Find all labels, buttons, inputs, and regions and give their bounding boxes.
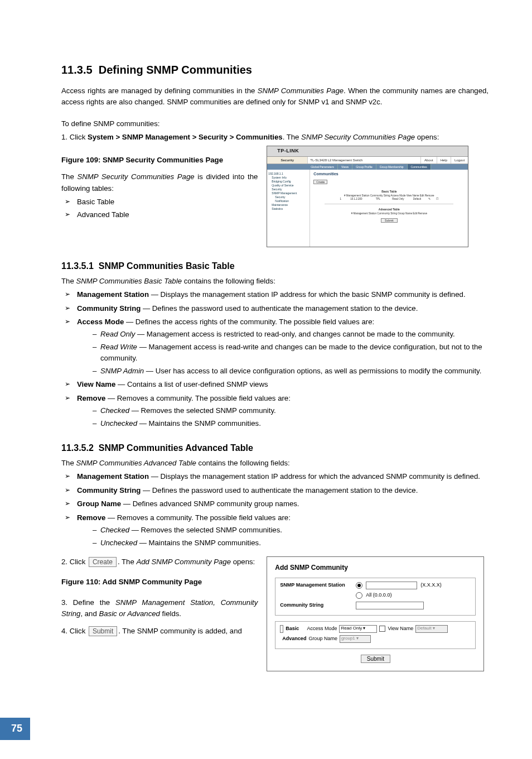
step-4: 4. Click Submit. The SNMP community is a… [61, 626, 258, 637]
figure-110-caption: Figure 110: Add SNMP Community Page [61, 577, 258, 588]
vn-label: View Name [388, 625, 413, 633]
figure-109-caption: Figure 109: SNMP Security Communities Pa… [61, 155, 258, 166]
ms-label: SNMP Management Station [280, 582, 352, 589]
ms-mask-hint: (X.X.X.X) [420, 582, 442, 589]
basic-table-row: 1 10.1.2.200 TPL Read Only Default ✎ ☐ [313, 198, 465, 200]
field-remove: Remove — Removes a community. The possib… [61, 393, 489, 429]
adv-field-group-name: Group Name — Defines advanced SNMP commu… [61, 498, 489, 510]
add-community-title: Add SNMP Community [275, 563, 476, 573]
submit-button[interactable]: Submit [381, 218, 398, 223]
basic-table-title: Basic Table [313, 190, 465, 193]
cs-input[interactable] [356, 602, 424, 609]
adv-field-community-string: Community String — Defines the password … [61, 485, 489, 496]
panel-title: Security [267, 157, 308, 164]
subsection-basic-heading: 11.3.5.1 SNMP Communities Basic Table [61, 260, 489, 273]
field-access-mode: Access Mode — Defines the access rights … [61, 316, 489, 377]
adv-field-remove: Remove — Removes a community. The possib… [61, 512, 489, 549]
advanced-table-head: # Management Station Community String Gr… [313, 212, 465, 215]
cs-label: Community String [280, 602, 352, 609]
tab-communities[interactable]: Communities [408, 164, 431, 170]
tab-global[interactable]: Global Parameters [307, 164, 338, 170]
basic-label: Basic [286, 625, 299, 633]
logout-link[interactable]: Logout [451, 157, 468, 164]
help-link[interactable]: Help [437, 157, 451, 164]
field-community-string: Community String — Defines the password … [61, 303, 489, 314]
opt-read-write: Read Write — Management access is read-w… [93, 342, 489, 364]
adv-opt-checked: Checked — Removes the selected SNMP comm… [93, 525, 489, 536]
page-number: 75 [0, 718, 30, 740]
ms-ip-input[interactable] [366, 582, 417, 589]
about-link[interactable]: About [420, 157, 437, 164]
ms-all-label: All (0.0.0.0) [366, 592, 391, 599]
ms-radio-specific[interactable] [356, 582, 362, 589]
vn-checkbox[interactable] [379, 626, 385, 632]
gn-label: Group Name [308, 635, 337, 643]
nav-tree[interactable]: 192.168.1.1 System Info Bridging Config … [267, 170, 310, 247]
section-heading: 11.3.5 Defining SNMP Communities [61, 61, 489, 79]
tables-item-basic: Basic Table [61, 196, 258, 208]
opt-snmp-admin: SNMP Admin — User has access to all devi… [93, 366, 489, 377]
field-view-name: View Name — Contains a list of user-defi… [61, 379, 489, 390]
communities-heading: Communities [313, 172, 465, 176]
basic-radio[interactable] [280, 625, 283, 633]
device-name: TL-SL3428 L2 Management Switch [308, 157, 420, 164]
create-inline-button[interactable]: Create [89, 557, 117, 567]
advanced-table-title: Advanced Table [313, 208, 465, 211]
step-2: 2. Click Create. The Add SNMP Community … [61, 556, 258, 568]
figure-109: TP-LINK Security TL-SL3428 L2 Management… [267, 146, 468, 247]
figure-110: Add SNMP Community SNMP Management Stati… [267, 556, 484, 671]
advanced-label: Advanced [282, 635, 306, 643]
adv-opt-unchecked: Unchecked — Maintains the SNMP communiti… [93, 537, 489, 549]
step-1: 1. Click System > SNMP Management > Secu… [61, 132, 489, 143]
step-3: 3. Define the SNMP Management Station, C… [61, 597, 258, 620]
tab-group-membership[interactable]: Group Membership [376, 164, 408, 170]
advanced-lead: The SNMP Communities Advanced Table cont… [61, 458, 489, 469]
create-button[interactable]: Create [313, 180, 327, 184]
am-label: Access Mode [307, 625, 337, 633]
am-select[interactable]: Read Only ▾ [339, 625, 377, 633]
add-submit-button[interactable]: Submit [361, 655, 390, 663]
edit-icon: ✎ [427, 198, 432, 200]
tables-item-advanced: Advanced Table [61, 209, 258, 220]
field-management-station: Management Station — Displays the manage… [61, 289, 489, 300]
opt-read-only: Read Only — Management access is restric… [93, 329, 489, 340]
divided-text: The SNMP Security Communities Page is di… [61, 171, 258, 194]
intro-lead: To define SNMP communities: [61, 118, 489, 129]
opt-checked: Checked — Removes the selected SNMP comm… [93, 405, 489, 416]
gn-select[interactable]: group1 ▾ [340, 635, 371, 643]
remove-checkbox: ☐ [434, 198, 440, 200]
opt-unchecked: Unchecked — Maintains the SNMP communiti… [93, 418, 489, 429]
ms-radio-all[interactable] [356, 592, 362, 599]
vn-select[interactable]: Default ▾ [415, 625, 448, 633]
tab-group-profile[interactable]: Group Profile [352, 164, 376, 170]
adv-field-management-station: Management Station — Displays the manage… [61, 471, 489, 482]
basic-lead: The SNMP Communities Basic Table contain… [61, 276, 489, 287]
tab-views[interactable]: Views [338, 164, 352, 170]
submit-inline-button[interactable]: Submit [89, 626, 117, 636]
tplink-logo: TP-LINK [277, 148, 299, 154]
subsection-advanced-heading: 11.3.5.2 SNMP Communities Advanced Table [61, 441, 489, 455]
intro-paragraph: Access rights are managed by defining co… [61, 85, 489, 108]
